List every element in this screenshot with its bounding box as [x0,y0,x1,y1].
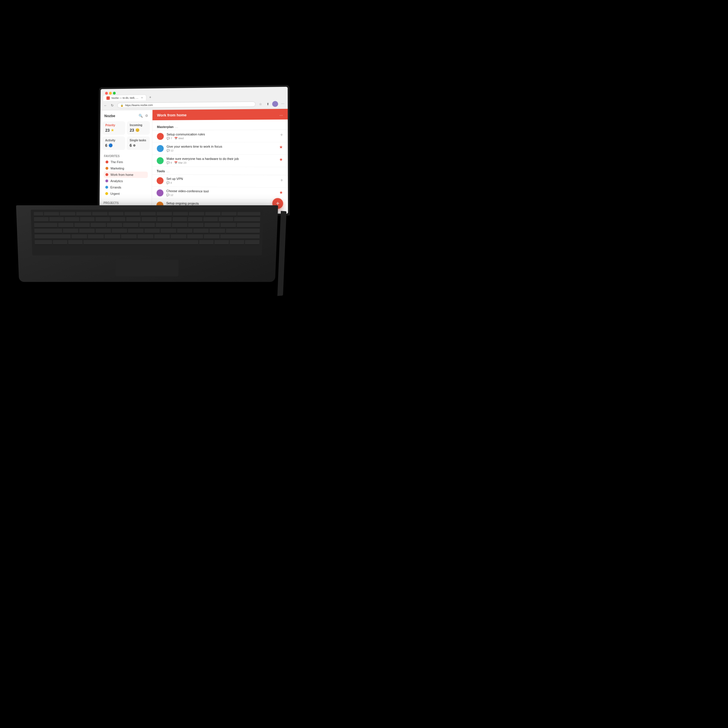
main-header: Work from home ... [153,109,288,120]
main-header-title: Work from home [157,112,277,117]
bookmark-icon[interactable]: ☆ [258,101,263,107]
priority-star-icon: ★ [111,128,114,132]
window-close-btn[interactable] [105,92,108,95]
task-title: Choose video-conference tool [166,189,276,194]
task-star-icon[interactable]: ★ [279,145,283,149]
favorite-dot-icon [106,173,108,176]
task-content: Give your workers time to work in focus … [167,145,276,152]
url-bar[interactable]: 🔒 https://teams.nozbe.com [117,102,256,108]
keyboard-base [16,205,278,282]
task-content: Make sure everyone has a hardware to do … [167,157,276,165]
window-min-btn[interactable] [109,92,112,95]
projects-title: Projects [103,201,148,205]
sidebar-item-analytics[interactable]: Analytics [104,177,148,184]
task-date: 📅Wed [174,137,184,140]
task-date: 📅Mar 23 [174,161,187,164]
task-content: Set up VPN 💬4 [166,177,277,185]
task-star-icon[interactable]: ★ [279,157,283,162]
app-logo: Nozbe [104,113,115,118]
section-more-icon-tools[interactable]: ... [167,169,170,173]
reload-button[interactable]: ↻ [110,102,115,108]
favorites-title: Favorites [104,154,148,158]
new-tab-btn[interactable]: + [147,94,154,101]
activity-label: Activity [105,139,122,142]
incoming-emoji-icon: 😊 [135,128,139,132]
browser-share-icon[interactable]: ⬆ [265,101,270,107]
task-add-icon[interactable]: + [280,132,283,138]
url-text: https://teams.nozbe.com [125,104,153,107]
section-more-icon-masterplan[interactable]: ... [175,125,178,129]
task-comment-count: 💬12 [167,149,174,152]
task-avatar [157,133,164,140]
profile-avatar[interactable] [272,101,278,107]
favorite-dot-icon [106,186,108,189]
section-header-tools: Tools ... [152,167,288,175]
tab-close-icon[interactable]: × [141,96,143,99]
single-tasks-gear-icon: ⚙ [133,144,135,147]
task-comment-count: 💬7 [167,137,172,140]
priority-card[interactable]: Priority 23 ★ [102,121,125,135]
favorite-item-label: The Firm [111,160,146,164]
single-tasks-count: 6 [130,143,132,148]
browser-more-icon[interactable]: ⋯ [280,101,285,107]
touchpad[interactable] [116,260,179,276]
task-comment-count: 💬12 [166,194,173,197]
single-tasks-card[interactable]: Single tasks 6 ⚙ [127,136,150,150]
section-title-masterplan: Masterplan [157,125,174,129]
task-comment-count: 💬4 [166,181,172,184]
favorite-dot-icon [105,192,108,195]
task-item[interactable]: Choose video-conference tool 💬12 ★ [152,187,288,200]
task-star-icon[interactable]: ★ [279,203,283,208]
settings-icon[interactable]: ⚙ [145,113,148,118]
search-icon[interactable]: 🔍 [139,113,143,118]
incoming-count: 23 [130,128,134,133]
sidebar-item-urgent[interactable]: Urgent [104,190,148,197]
task-avatar [157,189,164,196]
lock-icon: 🔒 [120,104,124,107]
task-item[interactable]: Setup communication rules 💬7 📅Wed + [152,130,288,142]
window-max-btn[interactable] [113,92,116,95]
favorite-item-label: Analytics [110,179,146,183]
main-header-more-icon[interactable]: ... [280,112,283,116]
sidebar-item-the-firm[interactable]: The Firm [104,159,148,165]
task-title: Make sure everyone has a hardware to do … [167,157,276,161]
favorite-dot-icon [106,161,108,164]
activity-card[interactable]: Activity 6 🔵 [102,136,125,150]
favorite-item-label: Urgent [110,192,146,196]
favorite-item-label: Errands [110,185,146,189]
single-tasks-label: Single tasks [130,139,147,142]
task-add-icon[interactable]: + [280,177,283,183]
back-button[interactable]: ← [103,102,108,108]
activity-count: 6 [105,143,107,148]
section-header-masterplan: Masterplan ... [152,122,288,130]
section-title-tools: Tools [157,170,165,173]
task-title: Setup communication rules [167,132,277,136]
favorite-item-label: Marketing [111,167,146,170]
task-avatar [157,145,164,152]
key [34,217,48,222]
sidebar-item-marketing[interactable]: Marketing [104,165,148,171]
task-content: Choose video-conference tool 💬12 [166,189,276,198]
task-item[interactable]: Make sure everyone has a hardware to do … [152,154,288,167]
tab-favicon [106,96,110,100]
task-content: Setup communication rules 💬7 📅Wed [167,132,277,140]
task-comment-count: 💬9 [167,161,172,164]
task-item[interactable]: Set up VPN 💬4 + [152,174,288,188]
task-item[interactable]: Give your workers time to work in focus … [152,142,288,155]
task-avatar [157,177,164,184]
sidebar: Nozbe 🔍 ⚙ Priority 23 [99,110,153,212]
task-title: Give your workers time to work in focus [167,145,276,148]
sidebar-item-errands[interactable]: Errands [104,184,148,191]
incoming-label: Incoming [130,124,147,127]
task-title: Set up VPN [166,177,277,181]
favorite-dot-icon [106,179,108,182]
sidebar-item-work-from-home[interactable]: Work from home [104,171,148,178]
incoming-card[interactable]: Incoming 23 😊 [127,121,150,135]
favorite-dot-icon [106,167,108,170]
task-avatar [157,157,164,164]
task-star-icon[interactable]: ★ [279,190,283,195]
main-panel: Work from home ... Masterplan ... Setup … [152,109,288,214]
favorite-item-label: Work from home [110,173,146,176]
browser-tab-active[interactable]: Nozbe — to-do, task, project a... × [103,95,147,101]
priority-label: Priority [106,124,122,127]
